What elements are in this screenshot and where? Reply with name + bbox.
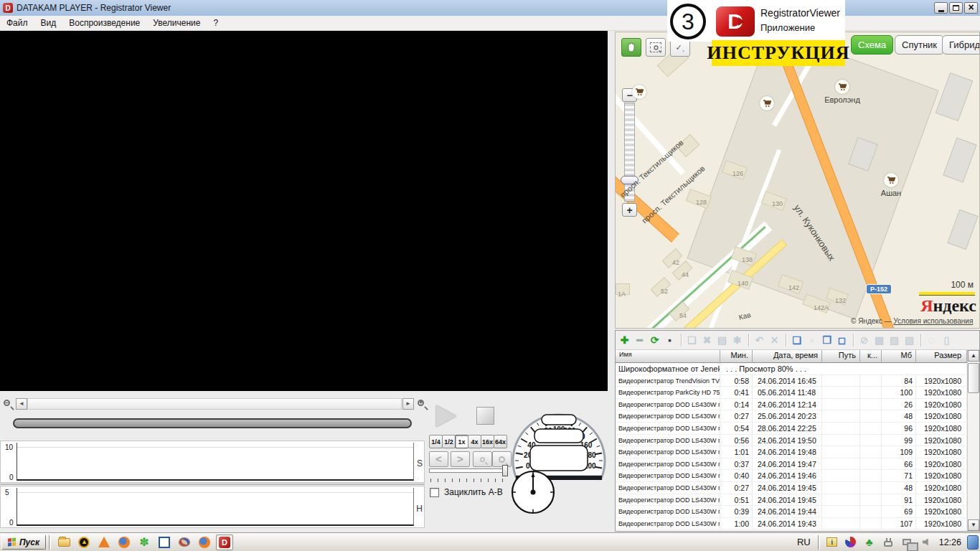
zoom-select-tool-button[interactable]	[646, 38, 666, 57]
timeline-scroll-right-button[interactable]: ►	[402, 398, 414, 410]
speed-button-4x[interactable]: 4x	[468, 435, 481, 448]
table-row[interactable]: Видеорегистратор DOD LS430W про..1:0124.…	[616, 446, 967, 458]
speed-button-1/2[interactable]: 1/2	[442, 435, 456, 448]
house-number: 128	[696, 199, 707, 206]
table-row[interactable]: Видеорегистратор DOD LS430W про..1:0024.…	[616, 518, 967, 530]
speed-button-1x[interactable]: 1x	[455, 435, 468, 448]
table-row[interactable]: Широкоформатное от Jenek. . . Просмотр 8…	[616, 363, 967, 375]
pan-tool-button[interactable]	[621, 38, 641, 57]
speed-button-16x[interactable]: 16x	[481, 435, 494, 448]
table-row[interactable]: Видеорегистратор DOD LS430W про..0:5428.…	[616, 423, 967, 435]
previous-file-button[interactable]: <	[429, 451, 448, 467]
column-header-5[interactable]: Мб	[882, 350, 916, 363]
menu-item-Увеличение[interactable]: Увеличение	[146, 17, 207, 29]
table-row[interactable]: Видеорегистратор DOD LS430W про..0:3724.…	[616, 458, 967, 471]
antivirus-tray-icon[interactable]	[844, 536, 857, 549]
magnifier-minus-icon	[480, 457, 485, 462]
speed-button-64x[interactable]: 64x	[494, 435, 507, 448]
vlc-taskbar-icon[interactable]	[95, 534, 113, 550]
volume-tray-icon[interactable]	[919, 536, 932, 549]
table-row[interactable]: Видеорегистратор DOD LS430W про..0:2724.…	[616, 482, 967, 494]
column-header-3[interactable]: Путь	[822, 350, 860, 363]
close-button[interactable]: ×	[964, 2, 978, 14]
stop-button[interactable]	[476, 407, 494, 425]
menu-item-?[interactable]: ?	[207, 17, 225, 29]
delete-file-button: ✖	[700, 334, 714, 347]
cell-name: Видеорегистратор DOD LS430W про..	[616, 470, 720, 481]
timeline-zoom-out-icon[interactable]: –	[4, 400, 10, 406]
toolbar-separator	[786, 334, 787, 347]
cell-mb: 69	[882, 506, 916, 517]
zoom-out-video-button[interactable]	[473, 451, 492, 467]
scroll-up-button[interactable]: ▲	[968, 350, 979, 362]
select-frames-button[interactable]: ◻	[835, 334, 849, 347]
menu-item-Воспроизведение[interactable]: Воспроизведение	[62, 17, 146, 29]
cell-datetime: 24.06.2014 19:45	[753, 482, 822, 494]
compass-clock-gauge	[510, 468, 556, 516]
info-tray-icon[interactable]: i	[826, 536, 839, 549]
explorer-taskbar-icon[interactable]	[55, 534, 72, 550]
add-frame-button[interactable]: ❑	[790, 334, 804, 347]
column-header-0[interactable]: Имя	[616, 350, 720, 363]
column-header-2[interactable]: Дата, время	[753, 350, 822, 363]
fine-seek-handle[interactable]	[502, 465, 508, 476]
house-number: 140	[738, 280, 748, 287]
word-taskbar-icon[interactable]	[156, 534, 173, 550]
refresh-list-button[interactable]: ⟳	[648, 334, 661, 347]
map-type-Спутник[interactable]: Спутник	[895, 35, 944, 55]
fine-seek-slider[interactable]	[429, 468, 507, 473]
show-desktop-button[interactable]	[967, 535, 979, 550]
terms-of-use-link[interactable]: Условия использования	[893, 317, 973, 325]
play-button[interactable]	[436, 405, 456, 427]
next-file-button[interactable]: >	[451, 451, 470, 467]
firefox-taskbar-icon[interactable]	[116, 534, 133, 550]
map-zoom-in-button[interactable]: +	[622, 203, 637, 217]
table-row[interactable]: Видеорегистратор DOD LS430W про..0:3924.…	[616, 506, 967, 518]
column-header-4[interactable]: к...	[860, 350, 882, 363]
copy-frames-button[interactable]: ❒	[820, 334, 834, 347]
table-row[interactable]: Видеорегистратор DOD LS430W про..0:4024.…	[616, 470, 967, 482]
network-tray-icon[interactable]	[900, 536, 913, 549]
column-header-1[interactable]: Мин.	[720, 350, 753, 363]
video-position-bar[interactable]	[13, 418, 412, 428]
speed-button-1/4[interactable]: 1/4	[429, 435, 443, 448]
video-display-area[interactable]	[0, 31, 608, 391]
table-row[interactable]: Видеорегистратор DOD LS430W про..0:5624.…	[616, 435, 967, 447]
start-button[interactable]: Пуск	[1, 534, 46, 550]
timeline-scroll-left-button[interactable]: ◄	[16, 398, 27, 410]
app-logo-icon: D	[3, 3, 13, 13]
table-scrollbar[interactable]: ▲ ▼	[967, 350, 979, 531]
table-row[interactable]: Видеорегистратор DOD LS430W про..0:5124.…	[616, 494, 967, 507]
aimp-taskbar-icon[interactable]	[75, 534, 93, 550]
column-header-6[interactable]: Размер	[916, 350, 967, 363]
map-type-Гибрид[interactable]: Гибрид	[942, 35, 980, 55]
table-row[interactable]: Видеорегистратор TrendVision TV-10.0:582…	[616, 375, 967, 387]
table-row[interactable]: Видеорегистратор ParkCity HD 750 т.0:410…	[616, 387, 967, 399]
timeline-zoom-in-icon[interactable]: +	[418, 400, 424, 406]
timeline-scroll-row: – ◄ ► +	[0, 397, 428, 410]
menu-item-Файл[interactable]: Файл	[0, 17, 34, 29]
remove-file-button[interactable]: ━	[633, 334, 646, 347]
scroll-down-button[interactable]: ▼	[968, 519, 979, 531]
add-files-button[interactable]: ✚	[618, 334, 631, 347]
map-panel[interactable]: Р-152 100 м Яндекс © Яндекс — Условия ис…	[615, 32, 980, 329]
timeline-scrollbar-track[interactable]	[27, 398, 402, 410]
restore-button[interactable]	[949, 2, 963, 14]
cell-k	[860, 375, 882, 387]
clover-tray-icon[interactable]: ♣	[863, 536, 876, 549]
map-type-Схема[interactable]: Схема	[851, 35, 893, 55]
plug-tray-icon[interactable]	[882, 536, 895, 549]
firefox-2-taskbar-icon[interactable]	[196, 534, 213, 550]
scrollbar-thumb[interactable]	[968, 363, 979, 393]
loop-ab-checkbox[interactable]	[430, 488, 439, 497]
menu-item-Вид[interactable]: Вид	[34, 17, 63, 29]
icq-taskbar-icon[interactable]: ✽	[136, 534, 153, 550]
table-row[interactable]: Видеорегистратор DOD LS430W про..0:2725.…	[616, 410, 967, 423]
map-building	[943, 138, 976, 183]
paint-taskbar-icon[interactable]	[176, 534, 193, 550]
add-options-dropdown[interactable]: ▪	[663, 334, 677, 347]
language-indicator[interactable]: RU	[797, 537, 811, 547]
datakam-taskbar-icon[interactable]: D	[216, 534, 233, 550]
minimize-button[interactable]	[934, 2, 948, 14]
table-row[interactable]: Видеорегистратор DOD LS430W про..0:1424.…	[616, 399, 967, 411]
